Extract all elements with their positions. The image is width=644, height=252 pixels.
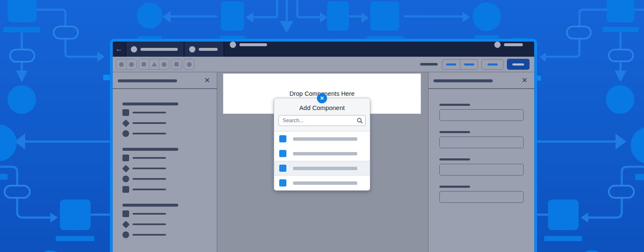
left-panel-close-button[interactable]: ✕	[203, 76, 212, 85]
square-icon	[122, 155, 129, 161]
toolbar-button-single	[481, 59, 504, 70]
circle-icon	[122, 130, 129, 137]
tab-label-placeholder	[504, 43, 523, 46]
square-icon	[142, 62, 146, 66]
component-list-item[interactable]	[122, 130, 217, 137]
topbar-tab[interactable]	[126, 42, 184, 57]
diamond-icon	[122, 165, 130, 172]
page-background: ← ✕	[0, 0, 644, 252]
topbar: ←	[113, 42, 534, 57]
toolbar-wire-button[interactable]	[460, 60, 478, 69]
field-input[interactable]	[439, 191, 524, 203]
add-component-popover: ✕ Add Component	[274, 98, 370, 191]
component-name-placeholder	[293, 137, 357, 141]
component-result-row[interactable]	[274, 176, 370, 190]
component-name-placeholder	[293, 152, 357, 155]
component-result-row[interactable]	[274, 146, 370, 161]
properties-panel: ✕	[428, 72, 534, 252]
component-icon	[279, 179, 286, 186]
component-list-item[interactable]	[122, 231, 217, 238]
panel-title-placeholder	[118, 79, 177, 82]
back-button[interactable]: ←	[113, 42, 125, 57]
toolbar-icon-group	[171, 59, 182, 70]
topbar-tab-strip	[125, 42, 224, 57]
property-field	[439, 131, 523, 148]
component-list-item[interactable]	[122, 155, 217, 161]
topbar-right-item	[490, 42, 529, 57]
tab-label-placeholder	[140, 48, 178, 51]
circle-icon	[122, 176, 129, 182]
panel-title-placeholder	[434, 79, 493, 82]
toolbar-wire-button[interactable]	[482, 60, 503, 69]
popover-close-button[interactable]: ✕	[317, 93, 327, 103]
component-list-item[interactable]	[122, 120, 217, 126]
component-list-item[interactable]	[122, 165, 217, 172]
toolbar-icon-group	[184, 59, 195, 70]
topbar-plain-item	[224, 42, 273, 57]
tab-avatar-circle	[494, 42, 501, 48]
tab-label-placeholder	[239, 43, 267, 46]
component-icon	[279, 165, 286, 172]
toolbar-triangle-button[interactable]	[149, 59, 159, 69]
component-list-item[interactable]	[122, 186, 217, 193]
page-canvas: Drop Components Here ✕ Add Component	[217, 72, 428, 252]
item-label-placeholder	[132, 223, 166, 226]
button-label-placeholder	[488, 63, 498, 66]
item-label-placeholder	[132, 168, 166, 170]
component-list-item[interactable]	[122, 210, 217, 217]
search-icon	[357, 118, 363, 123]
search-input[interactable]	[278, 115, 366, 126]
toolbar-square-button[interactable]	[171, 59, 182, 69]
toolbar-icon-group	[138, 59, 169, 70]
component-name-placeholder	[293, 181, 357, 185]
toolbar-circle-button[interactable]	[116, 59, 126, 69]
properties-form	[428, 104, 534, 203]
section-heading-placeholder	[122, 148, 178, 151]
circle-icon	[162, 62, 166, 67]
component-icon	[279, 150, 286, 157]
button-label-placeholder	[512, 63, 524, 66]
component-name-placeholder	[293, 167, 357, 170]
toolbar-button-pair	[442, 59, 478, 70]
search-field	[278, 115, 366, 126]
components-list	[113, 102, 217, 238]
diamond-icon	[122, 119, 130, 127]
section-heading-placeholder	[122, 204, 178, 207]
item-label-placeholder	[132, 178, 166, 180]
property-field	[439, 158, 523, 176]
back-arrow-icon: ←	[116, 45, 123, 53]
toolbar-circle-button[interactable]	[126, 59, 136, 69]
tab-label-placeholder	[199, 48, 218, 51]
field-input[interactable]	[439, 136, 524, 148]
right-panel-close-button[interactable]: ✕	[520, 76, 529, 85]
component-list-item[interactable]	[122, 109, 217, 116]
toolbar-circle-button[interactable]	[159, 59, 169, 69]
topbar-tab[interactable]	[184, 42, 223, 57]
component-result-row-highlighted[interactable]	[274, 161, 370, 176]
properties-panel-header: ✕	[428, 72, 534, 89]
field-label-placeholder	[439, 158, 470, 160]
square-icon	[122, 210, 129, 217]
tab-avatar-circle	[131, 46, 137, 52]
toolbar	[113, 57, 534, 72]
field-input[interactable]	[439, 164, 524, 176]
property-field	[439, 104, 523, 121]
component-list-item[interactable]	[122, 221, 217, 228]
component-result-row[interactable]	[274, 131, 370, 146]
toolbar-circle-button[interactable]	[184, 59, 194, 69]
topbar-tab[interactable]	[224, 42, 273, 48]
square-icon	[122, 186, 129, 193]
toolbar-square-button[interactable]	[139, 59, 149, 69]
component-section	[122, 148, 217, 193]
toolbar-wire-button[interactable]	[442, 60, 460, 69]
component-list-item[interactable]	[122, 176, 217, 182]
item-label-placeholder	[132, 122, 166, 124]
triangle-icon	[152, 62, 157, 66]
component-results-list	[274, 131, 370, 190]
primary-action-button[interactable]	[507, 59, 530, 70]
field-input[interactable]	[439, 109, 524, 121]
component-icon	[279, 135, 286, 142]
components-panel-header: ✕	[113, 72, 217, 89]
item-label-placeholder	[132, 234, 166, 236]
topbar-tab[interactable]	[490, 42, 529, 48]
